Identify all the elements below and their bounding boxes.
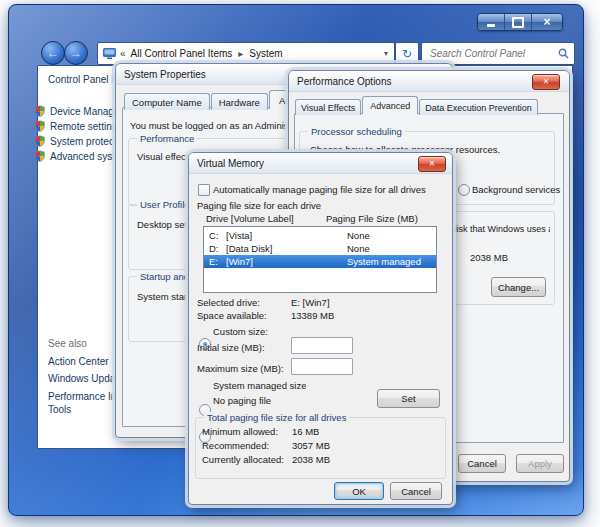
close-button[interactable]: × <box>418 156 446 172</box>
no-paging-label[interactable]: No paging file <box>213 395 271 406</box>
system-managed-label[interactable]: System managed size <box>213 380 306 391</box>
dialog-title: Virtual Memory <box>197 158 264 169</box>
cancel-button[interactable]: Cancel <box>458 454 506 473</box>
search-box <box>421 42 575 65</box>
sidebar-item-windows-update[interactable]: Windows Update <box>48 373 124 384</box>
sidebar-item-action-center[interactable]: Action Center <box>48 356 109 367</box>
caption-buttons: × <box>477 13 563 31</box>
column-size: Paging File Size (MB) <box>326 213 418 224</box>
drive-row-e-selected[interactable]: E: [Win7] System managed <box>204 255 436 268</box>
sidebar-item-remote-settings[interactable]: Remote settings <box>34 120 122 132</box>
cancel-button[interactable]: Cancel <box>390 482 442 500</box>
space-available-value: 13389 MB <box>291 310 334 321</box>
total-paging-group: Total paging file size for all drives Mi… <box>195 417 446 479</box>
initial-size-input[interactable] <box>291 337 353 354</box>
maximize-button[interactable] <box>505 14 532 30</box>
tab-computer-name[interactable]: Computer Name <box>124 93 210 110</box>
maximum-size-label: Maximum size (MB): <box>197 363 284 374</box>
tab-hardware[interactable]: Hardware <box>211 93 268 110</box>
search-icon <box>558 48 569 59</box>
forward-button[interactable]: → <box>64 41 88 65</box>
apply-button[interactable]: Apply <box>516 454 564 473</box>
tab-data-execution-prevention[interactable]: Data Execution Prevention <box>419 99 538 115</box>
paging-list-label: Paging file size for each drive <box>197 200 321 211</box>
performance-options-titlebar[interactable]: Performance Options <box>289 71 569 92</box>
selected-drive-value: E: [Win7] <box>291 297 330 308</box>
set-button[interactable]: Set <box>377 389 440 408</box>
close-icon: × <box>543 16 550 28</box>
refresh-icon: ↻ <box>402 47 412 61</box>
dialog-title: System Properties <box>124 69 206 80</box>
virtual-memory-titlebar[interactable]: Virtual Memory <box>189 153 452 174</box>
drive-row-d[interactable]: D: [Data Disk] None <box>204 242 436 255</box>
minimum-allowed-label: Minimum allowed: <box>202 426 278 437</box>
tab-advanced[interactable]: Advanced <box>362 96 418 114</box>
currently-allocated-label: Currently allocated: <box>202 454 284 465</box>
breadcrumb[interactable]: « All Control Panel Items ▸ System ▾ <box>97 42 395 65</box>
back-button[interactable]: ← <box>41 41 65 65</box>
crumb-separator-icon: ▸ <box>238 48 243 59</box>
ok-button[interactable]: OK <box>334 482 384 500</box>
breadcrumb-overflow-icon[interactable]: « <box>120 48 126 59</box>
initial-size-label: Initial size (MB): <box>197 342 265 353</box>
minimum-allowed-value: 16 MB <box>292 426 319 437</box>
uac-shield-icon <box>34 135 46 147</box>
refresh-button[interactable]: ↻ <box>395 42 419 65</box>
uac-shield-icon <box>34 105 46 117</box>
forward-icon: → <box>70 47 82 59</box>
breadcrumb-dropdown-icon[interactable]: ▾ <box>384 49 388 58</box>
sidebar-item-device-manager[interactable]: Device Manager <box>34 105 123 117</box>
uac-shield-icon <box>34 150 46 162</box>
column-drive: Drive [Volume Label] <box>206 213 294 224</box>
change-button[interactable]: Change... <box>491 277 546 297</box>
maximize-icon <box>512 17 524 28</box>
custom-size-label[interactable]: Custom size: <box>213 326 268 337</box>
tab-visual-effects[interactable]: Visual Effects <box>295 99 361 115</box>
minimize-button[interactable] <box>478 14 505 30</box>
selected-drive-label: Selected drive: <box>197 297 260 308</box>
space-available-label: Space available: <box>197 310 267 321</box>
background-services-radio[interactable] <box>458 184 470 196</box>
close-button[interactable]: × <box>532 74 560 90</box>
dialog-title: Performance Options <box>297 76 392 87</box>
background-services-label[interactable]: Background services <box>472 184 568 195</box>
control-panel-icon <box>103 48 116 59</box>
currently-allocated-value: 2038 MB <box>292 454 330 465</box>
recommended-label: Recommended: <box>202 440 269 451</box>
breadcrumb-path[interactable]: All Control Panel Items <box>131 48 233 59</box>
maximum-size-input[interactable] <box>291 358 353 375</box>
breadcrumb-page[interactable]: System <box>249 48 282 59</box>
close-icon: × <box>543 76 549 88</box>
close-button[interactable]: × <box>532 14 562 30</box>
minimize-icon <box>487 24 495 27</box>
drive-row-c[interactable]: C: [Vista] None <box>204 229 436 242</box>
auto-manage-label[interactable]: Automatically manage paging file size fo… <box>213 184 448 195</box>
auto-manage-checkbox[interactable] <box>198 184 210 196</box>
drive-listbox[interactable]: C: [Vista] None D: [Data Disk] None E: [… <box>203 226 437 293</box>
close-icon: × <box>429 158 435 170</box>
see-also-heading: See also <box>48 338 87 349</box>
performance-options-tabs: Visual EffectsAdvancedData Execution Pre… <box>295 96 539 114</box>
total-paging-value: 2038 MB <box>470 252 508 263</box>
back-icon: ← <box>47 47 59 59</box>
virtual-memory-dialog: Virtual Memory × Automatically manage pa… <box>188 152 453 505</box>
recommended-value: 3057 MB <box>292 440 330 451</box>
search-input[interactable] <box>428 47 550 60</box>
uac-shield-icon <box>34 120 46 132</box>
